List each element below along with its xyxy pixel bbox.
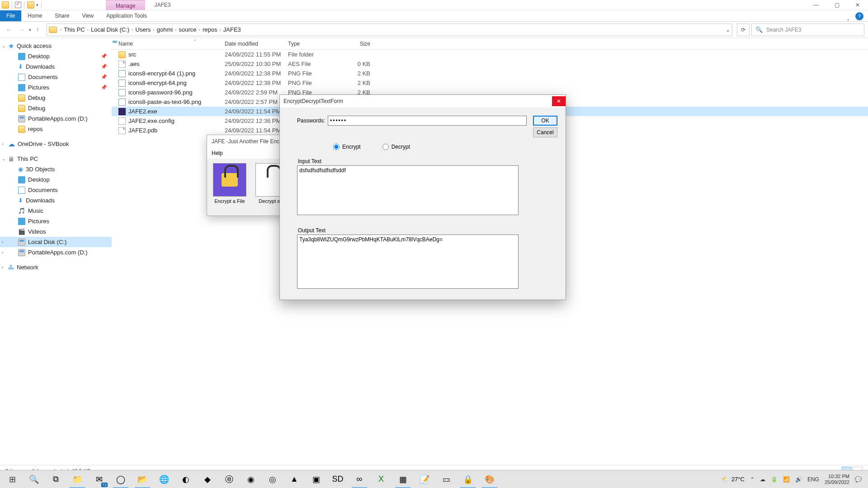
sidebar-thispc[interactable]: ⌄🖥This PC xyxy=(0,154,112,164)
up-button[interactable]: ↑ xyxy=(33,25,42,34)
taskbar-vs[interactable]: ∞ xyxy=(349,471,370,488)
col-name-header[interactable]: Name⌃ xyxy=(112,41,225,47)
encrypt-radio[interactable]: Encrypt xyxy=(333,144,361,150)
file-row[interactable]: src24/09/2022 11:55 PMFile folder xyxy=(112,50,868,59)
sidebar-pictures[interactable]: Pictures📌 xyxy=(0,82,112,93)
dialog-close-button[interactable]: ✕ xyxy=(552,96,566,106)
address-dropdown-icon[interactable]: ⌄ xyxy=(726,27,730,33)
qat-dropdown-icon[interactable]: ▾ xyxy=(36,3,38,7)
sidebar-quick-access[interactable]: ⌄★Quick access xyxy=(0,41,112,51)
decrypt-radio[interactable]: Decrypt xyxy=(382,144,410,150)
chevron-right-icon[interactable]: › xyxy=(130,27,134,32)
sidebar-desktop[interactable]: Desktop📌 xyxy=(0,51,112,61)
taskbar-chrome[interactable]: ◯ xyxy=(110,471,131,488)
qat-newfolder-icon[interactable] xyxy=(27,1,34,9)
back-button[interactable]: ← xyxy=(4,24,14,35)
history-dropdown-icon[interactable]: ▾ xyxy=(29,28,31,32)
taskbar-search-button[interactable]: 🔍 xyxy=(24,471,44,488)
taskbar-paint[interactable]: 🎨 xyxy=(479,471,500,488)
jafe-help-menu[interactable]: Help xyxy=(212,150,223,156)
sidebar-documents2[interactable]: Documents xyxy=(0,185,112,195)
ribbon-collapse-icon[interactable]: ⌄ xyxy=(843,16,854,21)
sidebar-downloads[interactable]: ⬇Downloads📌 xyxy=(0,61,112,72)
sidebar-music[interactable]: 🎵Music xyxy=(0,206,112,216)
search-input[interactable]: 🔍 Search JAFE3 xyxy=(751,23,864,36)
sidebar-debug[interactable]: Debug xyxy=(0,93,112,103)
sidebar-network[interactable]: ›🖧Network xyxy=(0,262,112,272)
col-date-header[interactable]: Date modified xyxy=(225,41,288,47)
task-view-button[interactable]: ⧉ xyxy=(45,471,66,488)
breadcrumb-segment[interactable]: JAFE3 xyxy=(222,26,242,33)
sidebar-pictures2[interactable]: Pictures xyxy=(0,216,112,226)
sidebar-documents[interactable]: Documents📌 xyxy=(0,72,112,82)
sidebar-downloads2[interactable]: ⬇Downloads xyxy=(0,195,112,206)
refresh-button[interactable]: ⟳ xyxy=(737,23,750,36)
chevron-right-icon[interactable]: › xyxy=(174,27,178,32)
col-type-header[interactable]: Type xyxy=(288,41,340,47)
chevron-right-icon[interactable]: › xyxy=(86,27,90,32)
help-icon[interactable]: ? xyxy=(855,12,863,20)
qat-properties-icon[interactable] xyxy=(15,2,21,8)
tray-onedrive-icon[interactable]: ☁ xyxy=(760,476,765,483)
breadcrumb-segment[interactable]: repos xyxy=(202,26,218,33)
taskbar-jafe[interactable]: 🔒 xyxy=(458,471,478,488)
taskbar-mail[interactable]: ✉72 xyxy=(89,471,109,488)
taskbar-explorer2[interactable]: 📂 xyxy=(132,471,153,488)
breadcrumb-segment[interactable]: Users xyxy=(135,26,152,33)
input-text-area[interactable] xyxy=(297,165,519,215)
view-tab[interactable]: View xyxy=(75,10,100,21)
chevron-right-icon[interactable]: › xyxy=(59,27,63,32)
taskbar-app6[interactable]: ▣ xyxy=(306,471,326,488)
taskbar-explorer[interactable]: 📁 xyxy=(67,471,88,488)
taskbar-app5[interactable]: ▲ xyxy=(284,471,305,488)
encrypt-radio-input[interactable] xyxy=(333,144,340,150)
tray-clock[interactable]: 10:32 PM 25/09/2022 xyxy=(825,474,849,485)
address-bar[interactable]: › This PC › Local Disk (C:) › Users › go… xyxy=(47,23,732,36)
breadcrumb-segment[interactable]: gohmi xyxy=(156,26,174,33)
close-button[interactable]: ✕ xyxy=(847,0,868,10)
output-text-area[interactable] xyxy=(297,235,519,289)
decrypt-radio-input[interactable] xyxy=(382,144,389,150)
sidebar-3dobjects[interactable]: ◉3D Objects xyxy=(0,164,112,174)
maximize-button[interactable]: ▢ xyxy=(826,0,847,10)
tray-overflow-icon[interactable]: ⌃ xyxy=(750,476,755,483)
taskbar-app3[interactable]: ◉ xyxy=(241,471,261,488)
taskbar-notepad[interactable]: 📝 xyxy=(414,471,435,488)
chevron-right-icon[interactable]: › xyxy=(151,27,156,32)
start-button[interactable]: ⊞ xyxy=(2,471,23,488)
taskbar-app4[interactable]: ◎ xyxy=(262,471,283,488)
taskbar-app8[interactable]: ▦ xyxy=(392,471,413,488)
sidebar-videos[interactable]: 🎬Videos xyxy=(0,226,112,237)
sidebar-onedrive[interactable]: ›☁OneDrive - SVBook xyxy=(0,139,112,149)
sidebar-portable2[interactable]: ›PortableApps.com (D:) xyxy=(0,247,112,258)
tray-wifi-icon[interactable]: 📶 xyxy=(783,476,790,483)
encrypt-decrypt-dialog[interactable]: EncryptDecryptTextForm ✕ Passwords: OK C… xyxy=(279,94,566,300)
taskbar-app1[interactable]: ◐ xyxy=(175,471,196,488)
taskbar-app7[interactable]: SD xyxy=(327,471,348,488)
dialog-titlebar[interactable]: EncryptDecryptTextForm ✕ xyxy=(280,95,566,108)
taskbar-excel[interactable]: X xyxy=(371,471,392,488)
file-row[interactable]: icons8-encrypt-64.png24/09/2022 12:38 PM… xyxy=(112,78,868,88)
cancel-button[interactable]: Cancel xyxy=(533,127,557,137)
forward-button[interactable]: → xyxy=(16,24,27,35)
taskbar-ie[interactable]: ⓔ xyxy=(219,471,240,488)
home-tab[interactable]: Home xyxy=(21,10,48,21)
taskbar-app2[interactable]: ◆ xyxy=(197,471,218,488)
taskbar-weather[interactable]: ⛅ 27°C xyxy=(722,476,745,483)
taskbar-app9[interactable]: ▭ xyxy=(436,471,457,488)
sidebar-desktop2[interactable]: Desktop xyxy=(0,174,112,185)
ok-button[interactable]: OK xyxy=(533,116,557,126)
jafe-encrypt-file-button[interactable]: Encrypt a File xyxy=(212,163,248,204)
chevron-right-icon[interactable]: › xyxy=(218,27,222,32)
tray-battery-icon[interactable]: 🔋 xyxy=(771,476,778,483)
sidebar-localdisk[interactable]: ›Local Disk (C:) xyxy=(0,237,112,247)
taskbar-edge[interactable]: 🌐 xyxy=(154,471,175,488)
share-tab[interactable]: Share xyxy=(48,10,75,21)
col-size-header[interactable]: Size xyxy=(340,41,374,47)
file-row[interactable]: icons8-encrypt-64 (1).png24/09/2022 12:3… xyxy=(112,69,868,78)
password-input[interactable] xyxy=(328,116,527,126)
contextual-tab-manage[interactable]: Manage xyxy=(106,0,145,10)
breadcrumb-segment[interactable]: source xyxy=(178,26,198,33)
sidebar-debug2[interactable]: Debug xyxy=(0,103,112,113)
minimize-button[interactable]: — xyxy=(806,0,826,10)
